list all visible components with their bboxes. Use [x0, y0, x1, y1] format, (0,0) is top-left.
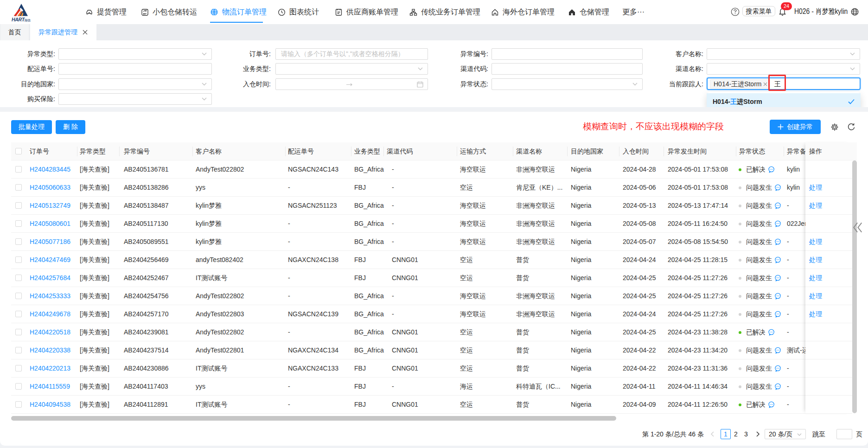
- svg-text:HART: HART: [12, 17, 26, 22]
- svg-text:瀚德: 瀚德: [24, 19, 31, 22]
